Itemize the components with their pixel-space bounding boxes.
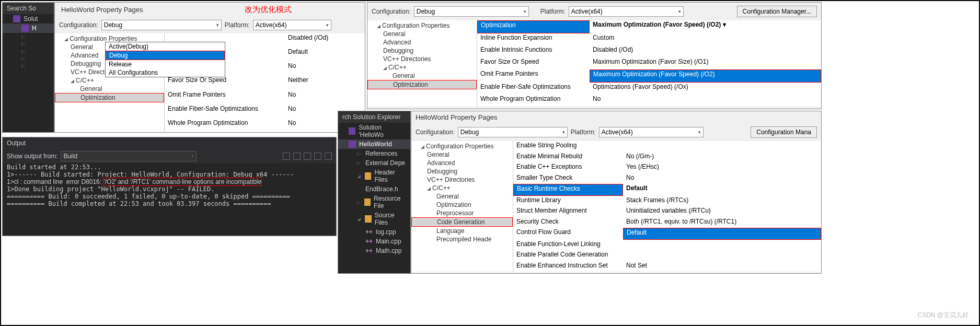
prop-key: Enable Parallel Code Generation (513, 250, 623, 261)
prop-key-optimization[interactable]: Optimization (477, 20, 590, 33)
toolbar-icon[interactable] (293, 153, 301, 160)
toolbar-icon[interactable] (283, 153, 290, 160)
dd-debug[interactable]: Debug (106, 51, 225, 60)
headers-node[interactable]: ◢Header Files (338, 168, 410, 184)
prop-val[interactable] (623, 240, 821, 251)
platform-combo[interactable]: Active(x64)▾ (569, 6, 684, 17)
dd-release[interactable]: Release (106, 60, 225, 68)
toolbar-icon[interactable] (314, 153, 321, 160)
prop-val[interactable]: Disabled (/Od) (285, 33, 365, 48)
config-combo[interactable]: Debug▾ (101, 20, 222, 30)
refs-node[interactable]: ▷References (338, 149, 410, 158)
prop-val[interactable]: Disabled (/Od) (590, 45, 821, 57)
prop-val[interactable]: No (/Gm-) (623, 152, 821, 163)
prop-val-selected[interactable]: Maximum Optimization (Favor Speed) (/O2) (590, 69, 821, 83)
tree-cc[interactable]: ◢C/C++ (411, 184, 513, 192)
chevron-down-icon[interactable]: ▾ (723, 21, 726, 28)
tree-cc-general[interactable]: General (367, 72, 477, 80)
config-combo[interactable]: Debug▾ (414, 6, 529, 17)
se-search[interactable]: rch Solution Explorer (338, 111, 410, 123)
tree-vc[interactable]: VC++ Directories (411, 176, 513, 184)
tree-cc-general[interactable]: General (55, 85, 164, 93)
prop-key: Enable Fiber-Safe Optimizations (477, 83, 590, 95)
ext-node[interactable]: ▷External Depe (338, 158, 410, 168)
tree-vc[interactable]: VC++ Directories (367, 55, 477, 63)
prop-val[interactable]: No (623, 173, 821, 184)
prop-val[interactable] (623, 141, 821, 152)
file-node[interactable]: EndBrace.h (338, 184, 410, 194)
sources-node[interactable]: ◢Source Files (338, 211, 410, 227)
config-combo[interactable]: Debug▾ (458, 127, 568, 137)
tree-language[interactable]: Language (411, 227, 513, 235)
prop-key-runtime-checks[interactable]: Basic Runtime Checks (513, 184, 623, 196)
dialog-title: HelloWorld Property Pages (411, 111, 821, 123)
tree-codegen[interactable]: Code Generation (411, 217, 513, 227)
prop-val[interactable]: Optimizations (Favor Speed) (/Ox) (590, 83, 821, 95)
tree-optimization[interactable]: Optimization (367, 80, 477, 89)
se-row[interactable]: ▷ (3, 55, 54, 62)
prop-val[interactable]: Custom (590, 33, 821, 45)
prop-val[interactable]: No (590, 95, 821, 107)
se-row[interactable]: ▷ (3, 33, 54, 40)
se-row[interactable]: ▷ (3, 62, 54, 69)
output-line: ========== Build: 0 succeeded, 1 failed,… (3, 193, 336, 200)
tree-advanced[interactable]: Advanced (411, 159, 513, 167)
dd-active-debug[interactable]: Active(Debug) (106, 42, 225, 51)
prop-val[interactable]: Default (285, 48, 365, 62)
platform-label: Platform: (225, 21, 250, 29)
solution-node[interactable]: Solut (3, 14, 54, 24)
file-node[interactable]: ++Math.cpp (338, 246, 410, 255)
tree-root[interactable]: ◢Configuration Properties (411, 142, 513, 150)
tree-general[interactable]: General (367, 30, 477, 38)
platform-combo[interactable]: Active(x64)▾ (253, 20, 331, 30)
prop-val-selected[interactable]: Default (623, 228, 821, 240)
tree-debugging[interactable]: Debugging (367, 46, 477, 55)
output-line: ========== Build completed at 22:53 and … (3, 200, 336, 207)
file-node[interactable]: ++log.cpp (338, 227, 410, 237)
dd-allconfig[interactable]: All Configurations (106, 68, 225, 77)
prop-key: Enable Intrinsic Functions (477, 45, 590, 57)
prop-val[interactable] (623, 250, 821, 261)
se-row[interactable]: ▷ (3, 48, 54, 55)
tree-root[interactable]: ◢Configuration Properties (367, 21, 477, 30)
chevron-down-icon: ▾ (698, 130, 701, 135)
tree-cc[interactable]: ◢C/C++ (55, 76, 164, 85)
prop-val[interactable]: Neither (285, 76, 365, 90)
prop-val[interactable]: No (285, 90, 365, 104)
toolbar-icon[interactable] (325, 153, 332, 160)
tree-optimization[interactable]: Optimization (411, 201, 513, 209)
platform-combo[interactable]: Active(x64)▾ (599, 127, 704, 137)
tree-cc-general[interactable]: General (411, 192, 513, 201)
tree-debugging[interactable]: Debugging (411, 167, 513, 176)
output-source-combo[interactable]: Build▾ (61, 151, 197, 161)
file-node[interactable]: ++Main.cpp (338, 237, 410, 246)
config-manager-button[interactable]: Configuration Manager... (737, 6, 817, 17)
tree-preprocessor[interactable]: Preprocessor (411, 209, 513, 217)
tree-cc[interactable]: ◢C/C++ (367, 63, 477, 72)
tree-advanced[interactable]: Advanced (367, 38, 477, 46)
prop-val[interactable]: Uninitialized variables (/RTCu) (623, 206, 821, 217)
project-node[interactable]: H (3, 24, 54, 33)
tree-general[interactable]: General (411, 150, 513, 159)
prop-val[interactable]: Default (623, 184, 821, 196)
prop-val[interactable]: Maximum Optimization (Favor Speed) (/O2)… (590, 20, 821, 33)
toolbar-icon[interactable] (304, 153, 311, 160)
resources-node[interactable]: ▷Resource File (338, 194, 410, 211)
chevron-down-icon: ▾ (191, 154, 194, 159)
config-dropdown[interactable]: Active(Debug) Debug Release All Configur… (105, 42, 225, 77)
prop-key: Smaller Type Check (513, 173, 623, 184)
prop-val[interactable]: Not Set (623, 261, 821, 272)
prop-val[interactable]: Both (/RTC1, equiv. to /RTCsu) (/RTC1) (623, 217, 821, 228)
se-row[interactable]: ▷ (3, 40, 54, 48)
tree-precompiled[interactable]: Precompiled Heade (411, 235, 513, 243)
prop-val[interactable]: Maximum Optimization (Favor Size) (/O1) (590, 57, 821, 69)
prop-val[interactable]: No (285, 62, 365, 76)
config-manager-button[interactable]: Configuration Mana (751, 126, 817, 138)
prop-val[interactable]: Stack Frames (/RTCs) (623, 196, 821, 207)
output-line: 1>cl : command line error D8016: '/O2' a… (3, 178, 336, 185)
tree-optimization[interactable]: Optimization (55, 93, 164, 102)
prop-val[interactable]: Yes (/EHsc) (623, 162, 821, 173)
prop-key: Whole Program Optimization (165, 119, 285, 133)
solution-node[interactable]: Solution 'HelloWo (338, 123, 410, 139)
project-node[interactable]: HelloWorld (338, 139, 410, 149)
